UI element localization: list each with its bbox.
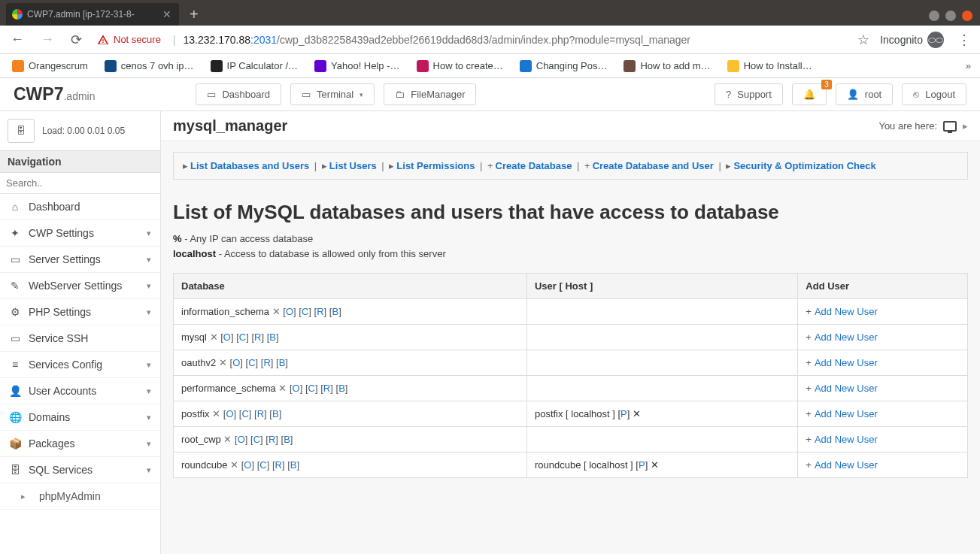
action-link[interactable]: Create Database and User (593, 160, 714, 171)
db-op-link[interactable]: B (338, 383, 345, 394)
bookmark-item[interactable]: How to add m… (617, 57, 716, 75)
action-link[interactable]: Security & Optimization Check (733, 160, 875, 171)
new-tab-button[interactable]: + (179, 6, 209, 26)
sidebar-item[interactable]: ≡Services Config▾ (0, 352, 160, 378)
logout-button[interactable]: ⎋Logout (902, 83, 966, 105)
add-new-user-link[interactable]: Add New User (815, 434, 878, 445)
add-new-user-link[interactable]: Add New User (815, 459, 878, 471)
sidebar-item[interactable]: 👤User Accounts▾ (0, 378, 160, 404)
browser-tab[interactable]: CWP7.admin [ip-172-31-8- ✕ (6, 3, 179, 26)
bookmarks-overflow-icon[interactable]: » (963, 60, 974, 71)
db-op-link[interactable]: C (302, 306, 308, 317)
bookmark-item[interactable]: IP Calculator /… (205, 57, 304, 75)
action-link[interactable]: List Databases and Users (190, 160, 309, 171)
support-button[interactable]: ?Support (715, 83, 783, 105)
reload-button[interactable]: ⟳ (66, 29, 86, 51)
db-op-link[interactable]: R (257, 408, 264, 419)
add-new-user-link[interactable]: Add New User (815, 408, 878, 419)
sidebar-item[interactable]: 🗄SQL Services▾ (0, 457, 160, 483)
db-op-link[interactable]: R (275, 459, 282, 471)
delete-db-icon[interactable]: ✕ (219, 357, 230, 368)
user-button[interactable]: 👤root (836, 83, 893, 105)
bookmark-item[interactable]: Orangescrum (6, 57, 94, 75)
window-maximize-icon[interactable] (945, 11, 956, 21)
db-op-link[interactable]: O (293, 383, 300, 394)
db-op-link[interactable]: R (263, 357, 270, 368)
sidebar-search-input[interactable] (0, 173, 160, 194)
separator: | (379, 160, 387, 171)
sidebar-subitem[interactable]: phpMyAdmin (0, 483, 160, 510)
db-op-link[interactable]: O (226, 408, 233, 419)
app-header: CWP7.admin ▭Dashboard ▭Terminal▾ 🗀FileMa… (0, 78, 980, 111)
terminal-label: Terminal (317, 89, 353, 100)
monitor-icon[interactable] (943, 121, 957, 132)
user-perm-link[interactable]: P (639, 459, 645, 471)
db-op-link[interactable]: O (223, 331, 231, 343)
db-op-link[interactable]: O (244, 459, 251, 471)
bookmark-item[interactable]: cenos 7 ovh ip… (99, 57, 200, 75)
bookmark-star-icon[interactable]: ☆ (857, 32, 869, 48)
delete-db-icon[interactable]: ✕ (230, 459, 241, 471)
delete-db-icon[interactable]: ✕ (278, 383, 290, 394)
delete-db-icon[interactable]: ✕ (223, 434, 235, 445)
add-new-user-link[interactable]: Add New User (815, 383, 878, 394)
db-op-link[interactable]: R (269, 434, 275, 445)
delete-db-icon[interactable]: ✕ (210, 331, 221, 343)
bookmark-item[interactable]: How to Install… (721, 57, 818, 75)
db-op-link[interactable]: C (248, 357, 255, 368)
db-op-link[interactable]: C (253, 434, 260, 445)
user-tail[interactable]: ] ✕ (627, 408, 641, 419)
server-load-icon[interactable]: 🗄 (8, 119, 35, 143)
dashboard-button[interactable]: ▭Dashboard (196, 83, 281, 105)
sidebar-item[interactable]: ▭Server Settings▾ (0, 247, 160, 273)
close-tab-icon[interactable]: ✕ (162, 8, 171, 20)
sidebar-item[interactable]: ✦CWP Settings▾ (0, 220, 160, 247)
sidebar-item[interactable]: 📦Packages▾ (0, 431, 160, 457)
sidebar-item[interactable]: ▭Service SSH (0, 325, 160, 352)
db-op-link[interactable]: R (317, 306, 323, 317)
sidebar-item[interactable]: ⌂Dashboard (0, 194, 160, 220)
db-name: information_schema (181, 306, 272, 317)
forward-button[interactable]: → (36, 29, 59, 50)
db-op-link[interactable]: B (284, 434, 290, 445)
bookmark-item[interactable]: Changing Pos… (514, 57, 614, 75)
db-op-link[interactable]: R (323, 383, 330, 394)
db-op-link[interactable]: C (241, 408, 248, 419)
db-op-link[interactable]: B (332, 306, 338, 317)
delete-db-icon[interactable]: ✕ (212, 408, 223, 419)
db-op-link[interactable]: O (286, 306, 293, 317)
user-tail[interactable]: ] ✕ (645, 459, 659, 471)
delete-db-icon[interactable]: ✕ (272, 306, 284, 317)
sidebar-item-label: PHP Settings (29, 306, 91, 318)
sidebar-item[interactable]: ⚙PHP Settings▾ (0, 299, 160, 325)
filemanager-button[interactable]: 🗀FileManager (384, 83, 476, 105)
sidebar-item[interactable]: ✎WebServer Settings▾ (0, 273, 160, 299)
add-new-user-link[interactable]: Add New User (815, 331, 878, 343)
db-op-link[interactable]: B (272, 408, 279, 419)
action-link[interactable]: List Users (329, 160, 377, 171)
db-op-link[interactable]: C (259, 459, 266, 471)
db-op-link[interactable]: C (308, 383, 315, 394)
db-op-link[interactable]: C (239, 331, 246, 343)
address-bar[interactable]: 13.232.170.88:2031/cwp_d3b82258439ad2ebb… (184, 34, 851, 46)
notifications-button[interactable]: 🔔3 (792, 83, 827, 105)
db-op-link[interactable]: B (290, 459, 297, 471)
security-indicator[interactable]: Not secure (94, 34, 165, 46)
window-close-icon[interactable] (962, 11, 972, 21)
bookmark-item[interactable]: How to create… (411, 57, 509, 75)
sidebar-item[interactable]: 🌐Domains▾ (0, 404, 160, 431)
terminal-button[interactable]: ▭Terminal▾ (290, 83, 375, 105)
window-minimize-icon[interactable] (929, 11, 939, 21)
add-new-user-link[interactable]: Add New User (815, 357, 878, 368)
back-button[interactable]: ← (6, 29, 29, 50)
add-new-user-link[interactable]: Add New User (815, 306, 878, 317)
browser-menu-icon[interactable]: ⋮ (954, 32, 974, 48)
db-op-link[interactable]: B (269, 331, 276, 343)
db-op-link[interactable]: O (238, 434, 245, 445)
db-op-link[interactable]: O (232, 357, 240, 368)
action-link[interactable]: List Permissions (396, 160, 475, 171)
incognito-indicator[interactable]: Incognito ⬭⬭ (880, 32, 944, 48)
user-perm-link[interactable]: P (620, 408, 627, 419)
action-link[interactable]: Create Database (496, 160, 572, 171)
bookmark-item[interactable]: Yahoo! Help -… (308, 57, 406, 75)
